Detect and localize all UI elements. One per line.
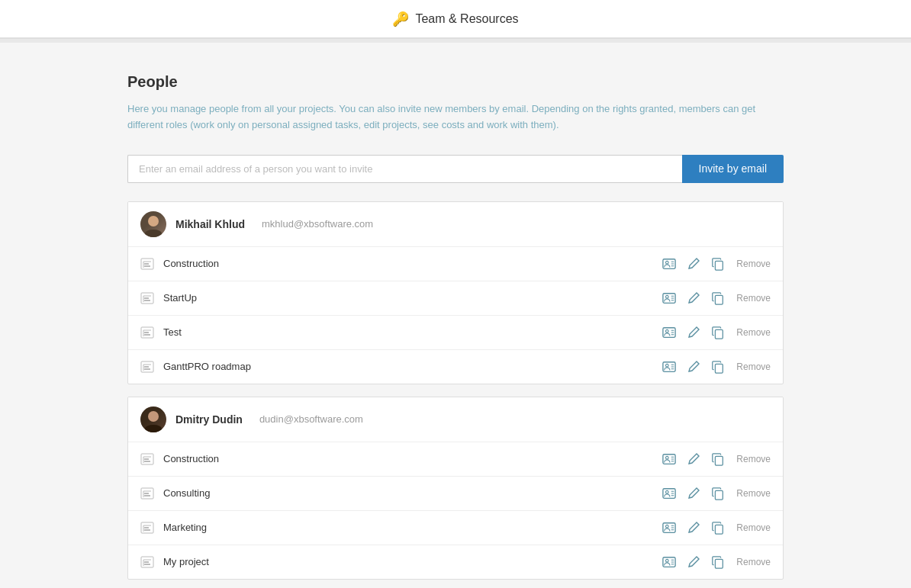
- gantt-project-icon: [140, 257, 154, 271]
- project-row: Construction Remove: [128, 442, 783, 477]
- id-card-icon[interactable]: [660, 519, 678, 537]
- id-card-icon[interactable]: [660, 255, 678, 273]
- person-block-dmitry: Dmitry Dudin dudin@xbsoftware.com Constr…: [127, 397, 784, 580]
- copy-icon[interactable]: [709, 323, 727, 342]
- svg-rect-43: [716, 364, 723, 373]
- person-header: Dmitry Dudin dudin@xbsoftware.com: [128, 397, 783, 442]
- svg-rect-37: [144, 368, 150, 370]
- svg-point-72: [666, 525, 669, 528]
- copy-icon[interactable]: [709, 553, 727, 571]
- remove-button[interactable]: Remove: [736, 293, 771, 304]
- copy-icon[interactable]: [709, 255, 727, 273]
- svg-point-6: [666, 261, 669, 264]
- gantt-project-icon: [140, 452, 154, 466]
- edit-icon[interactable]: [684, 450, 703, 468]
- svg-rect-3: [144, 263, 149, 265]
- id-card-icon[interactable]: [660, 358, 678, 376]
- edit-icon[interactable]: [684, 323, 703, 342]
- svg-rect-21: [716, 295, 723, 304]
- svg-rect-69: [144, 527, 149, 529]
- project-actions: Remove: [660, 323, 771, 342]
- copy-icon[interactable]: [709, 358, 727, 376]
- svg-rect-76: [716, 525, 723, 534]
- project-name: Test: [163, 326, 660, 338]
- header-title: Team & Resources: [415, 12, 518, 26]
- project-actions: Remove: [660, 450, 771, 468]
- svg-point-28: [666, 329, 669, 333]
- people-list: Mikhail Khlud mkhlud@xbsoftware.com Cons…: [127, 201, 784, 580]
- svg-rect-47: [144, 458, 149, 460]
- id-card-icon[interactable]: [660, 553, 678, 571]
- gantt-project-icon: [140, 326, 154, 339]
- svg-rect-59: [144, 495, 150, 496]
- page-title: People: [127, 73, 784, 91]
- project-name: Consulting: [163, 487, 660, 499]
- copy-icon[interactable]: [709, 519, 727, 537]
- project-row: GanttPRO roadmap Remove: [128, 350, 783, 384]
- svg-point-17: [666, 295, 669, 298]
- gantt-project-icon: [140, 291, 154, 305]
- gantt-project-icon: [140, 521, 154, 535]
- invite-button[interactable]: Invite by email: [682, 155, 784, 183]
- remove-button[interactable]: Remove: [736, 259, 771, 269]
- person-email: dudin@xbsoftware.com: [259, 413, 363, 425]
- edit-icon[interactable]: [684, 553, 703, 571]
- avatar: [140, 406, 166, 432]
- edit-icon[interactable]: [684, 484, 703, 503]
- main-content: People Here you manage people from all y…: [112, 43, 799, 588]
- email-input[interactable]: [127, 155, 682, 183]
- svg-point-61: [666, 490, 669, 493]
- project-actions: Remove: [660, 255, 771, 273]
- id-card-icon[interactable]: [660, 323, 678, 342]
- svg-rect-26: [144, 334, 150, 336]
- person-header: Mikhail Khlud mkhlud@xbsoftware.com: [128, 202, 783, 247]
- invite-row: Invite by email: [127, 155, 784, 183]
- project-row: Marketing Remove: [128, 511, 783, 545]
- id-card-icon[interactable]: [660, 450, 678, 468]
- gantt-project-icon: [140, 555, 154, 569]
- gantt-project-icon: [140, 487, 154, 500]
- project-actions: Remove: [660, 553, 771, 571]
- project-name: GanttPRO roadmap: [163, 361, 660, 372]
- remove-button[interactable]: Remove: [736, 361, 771, 372]
- copy-icon[interactable]: [709, 289, 727, 307]
- project-actions: Remove: [660, 484, 771, 503]
- edit-icon[interactable]: [684, 289, 703, 307]
- remove-button[interactable]: Remove: [736, 327, 771, 338]
- project-actions: Remove: [660, 519, 771, 537]
- id-card-icon[interactable]: [660, 484, 678, 503]
- svg-rect-70: [144, 529, 150, 531]
- edit-icon[interactable]: [684, 519, 703, 537]
- svg-rect-80: [144, 561, 149, 563]
- svg-rect-65: [716, 490, 723, 500]
- project-row: My project Remove: [128, 545, 783, 579]
- page-description: Here you manage people from all your pro…: [127, 101, 784, 133]
- project-name: StartUp: [163, 292, 660, 304]
- project-row: StartUp Remove: [128, 281, 783, 316]
- svg-rect-10: [716, 261, 723, 270]
- project-name: Marketing: [163, 522, 660, 533]
- project-name: Construction: [163, 258, 660, 269]
- remove-button[interactable]: Remove: [736, 522, 771, 533]
- header-icon: 🔑: [392, 11, 409, 27]
- svg-rect-4: [144, 265, 150, 267]
- svg-point-50: [666, 456, 669, 459]
- app-header: 🔑 Team & Resources: [0, 0, 911, 38]
- remove-button[interactable]: Remove: [736, 557, 771, 567]
- svg-rect-58: [144, 493, 149, 494]
- id-card-icon[interactable]: [660, 289, 678, 307]
- avatar: [140, 211, 166, 237]
- remove-button[interactable]: Remove: [736, 488, 771, 499]
- copy-icon[interactable]: [709, 450, 727, 468]
- edit-icon[interactable]: [684, 255, 703, 273]
- svg-rect-36: [144, 366, 149, 368]
- project-row: Test Remove: [128, 316, 783, 350]
- project-actions: Remove: [660, 289, 771, 307]
- edit-icon[interactable]: [684, 358, 703, 376]
- svg-rect-32: [716, 329, 723, 339]
- remove-button[interactable]: Remove: [736, 454, 771, 464]
- copy-icon[interactable]: [709, 484, 727, 503]
- svg-rect-87: [716, 559, 723, 568]
- svg-rect-81: [144, 564, 150, 565]
- person-block-mikhail: Mikhail Khlud mkhlud@xbsoftware.com Cons…: [127, 201, 784, 384]
